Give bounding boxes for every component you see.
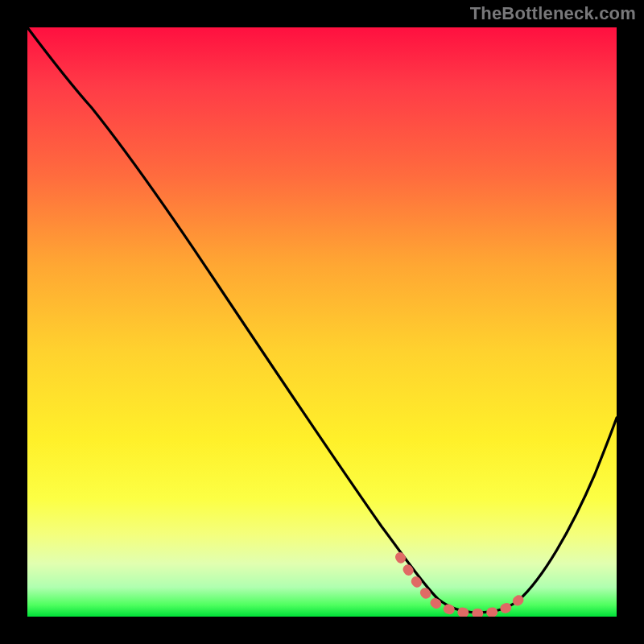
bottleneck-curve — [27, 27, 617, 617]
chart-container: TheBottleneck.com — [0, 0, 644, 644]
optimal-marker — [400, 557, 520, 613]
watermark-text: TheBottleneck.com — [470, 3, 636, 24]
curve-path — [27, 27, 617, 613]
plot-area — [27, 27, 617, 617]
